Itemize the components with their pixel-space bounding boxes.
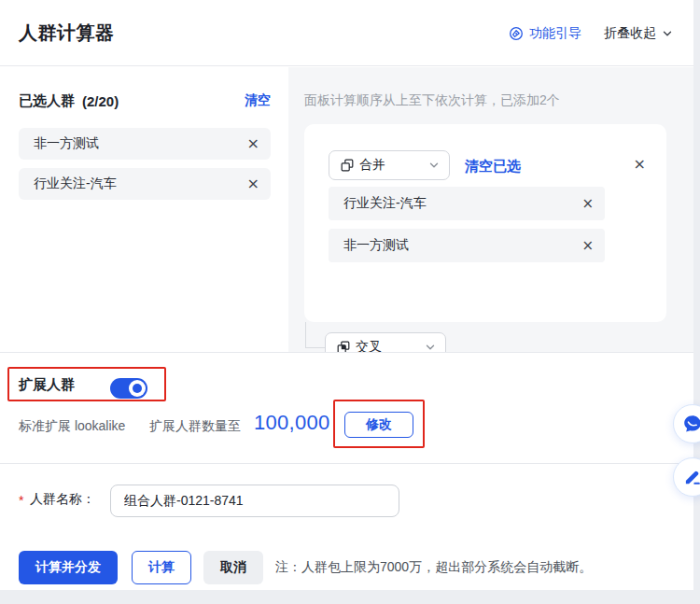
required-asterisk: * <box>19 493 23 508</box>
actions-row: 计算并分发 计算 取消 注：人群包上限为7000万，超出部分系统会自动截断。 <box>19 551 592 584</box>
audience-item-label: 非一方测试 <box>343 237 409 254</box>
merge-icon <box>341 159 354 172</box>
audience-name-input[interactable] <box>110 485 399 517</box>
selected-audience-panel: 已选人群 (2/20) 清空 非一方测试 × 行业关注-汽车 × <box>0 67 288 352</box>
modify-button[interactable]: 修改 <box>344 412 413 438</box>
calc-group-item: 行业关注-汽车 × <box>329 187 605 220</box>
collapse-toggle[interactable]: 折叠收起 <box>604 25 673 42</box>
operator-dropdown-merge[interactable]: 合并 <box>329 150 450 180</box>
chevron-down-icon <box>425 342 436 352</box>
intersect-icon <box>337 341 350 352</box>
toggle-knob <box>129 380 146 397</box>
calculation-hint: 面板计算顺序从上至下依次计算，已添加2个 <box>304 92 560 109</box>
audience-item-label: 行业关注-汽车 <box>34 176 117 192</box>
selected-audience-item: 行业关注-汽车 × <box>19 168 271 200</box>
calc-group-item: 非一方测试 × <box>329 229 605 262</box>
chevron-down-icon <box>428 160 440 171</box>
connector-line <box>305 322 306 348</box>
pencil-icon <box>682 467 700 487</box>
divider <box>0 463 693 464</box>
clear-selected-link[interactable]: 清空已选 <box>465 158 521 176</box>
guide-pen-icon <box>509 26 524 41</box>
remove-item-icon[interactable]: × <box>581 239 594 253</box>
remove-item-icon[interactable]: × <box>581 197 594 211</box>
settings-section: 扩展人群 标准扩展 lookalike 扩展人群数量至 100,000 修改 *… <box>0 352 693 590</box>
audience-calculator-panel: 人群计算器 功能引导 折叠收起 已选人群 (2/20) 清空 非一方测试 <box>0 0 693 590</box>
limit-note: 注：人群包上限为7000万，超出部分系统会自动截断。 <box>275 559 592 576</box>
header: 人群计算器 功能引导 折叠收起 <box>0 0 693 66</box>
expand-audience-label: 扩展人群 <box>19 376 75 394</box>
selected-audience-header: 已选人群 (2/20) 清空 <box>19 91 271 110</box>
connector-line <box>305 347 325 348</box>
calculate-and-distribute-button[interactable]: 计算并分发 <box>19 551 118 584</box>
header-actions: 功能引导 折叠收起 <box>509 0 673 66</box>
selected-audience-title: 已选人群 <box>19 92 75 110</box>
collapse-label: 折叠收起 <box>604 25 656 42</box>
selected-audience-item: 非一方测试 × <box>19 128 271 160</box>
chat-bubble-icon <box>681 413 700 435</box>
feature-guide-label: 功能引导 <box>529 25 581 42</box>
clear-all-link[interactable]: 清空 <box>245 92 271 109</box>
operator-dropdown-intersect[interactable]: 交叉 <box>325 332 446 352</box>
calculation-group-card: 合并 清空已选 × 行业关注-汽车 × 非一方测试 × <box>304 124 666 322</box>
expansion-mode-label: 标准扩展 lookalike <box>19 418 125 435</box>
cancel-button[interactable]: 取消 <box>203 551 263 584</box>
operator-label: 交叉 <box>356 339 382 352</box>
expansion-amount-value: 100,000 <box>254 411 330 435</box>
expand-audience-toggle[interactable] <box>110 378 147 399</box>
operator-label: 合并 <box>359 157 385 174</box>
audience-item-label: 非一方测试 <box>34 135 99 152</box>
selected-audience-count: (2/20) <box>82 93 119 109</box>
remove-group-icon[interactable]: × <box>634 157 646 172</box>
audience-name-label: 人群名称： <box>30 491 95 508</box>
chevron-down-icon <box>662 28 673 39</box>
page-title: 人群计算器 <box>19 0 115 66</box>
remove-item-icon[interactable]: × <box>247 176 259 191</box>
expansion-amount-label: 扩展人群数量至 <box>149 418 241 435</box>
calculate-button[interactable]: 计算 <box>132 551 191 584</box>
audience-item-label: 行业关注-汽车 <box>343 195 427 212</box>
remove-item-icon[interactable]: × <box>247 136 259 151</box>
feature-guide-link[interactable]: 功能引导 <box>509 25 581 42</box>
calculation-panel: 面板计算顺序从上至下依次计算，已添加2个 合并 清空已选 × 行业关注-汽车 ×… <box>288 67 693 352</box>
